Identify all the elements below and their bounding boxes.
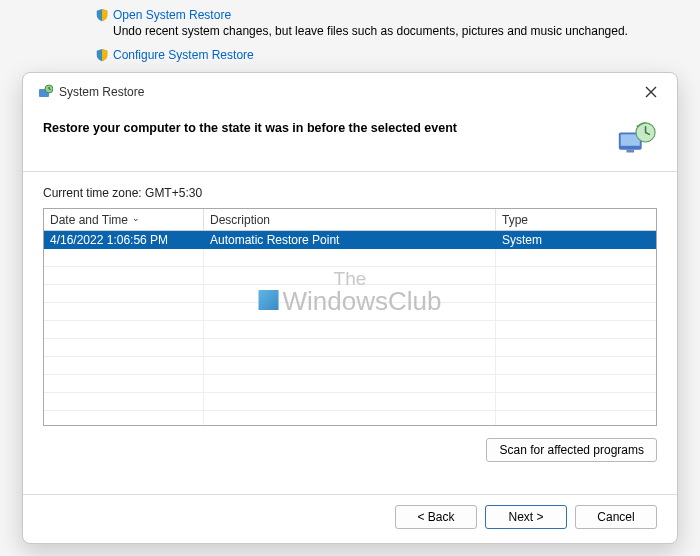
titlebar: System Restore bbox=[23, 73, 677, 107]
dialog-footer: < Back Next > Cancel bbox=[23, 494, 677, 543]
table-row[interactable]: 4/16/2022 1:06:56 PM Automatic Restore P… bbox=[44, 231, 656, 249]
next-button[interactable]: Next > bbox=[485, 505, 567, 529]
cell-datetime: 4/16/2022 1:06:56 PM bbox=[44, 233, 204, 247]
system-restore-icon bbox=[37, 84, 53, 100]
sort-caret-icon: ⌄ bbox=[132, 213, 140, 223]
shield-icon bbox=[95, 48, 109, 62]
system-restore-dialog: System Restore Restore your computer to … bbox=[22, 72, 678, 544]
close-button[interactable] bbox=[637, 80, 665, 104]
column-label: Description bbox=[210, 213, 270, 227]
cell-type: System bbox=[496, 233, 656, 247]
open-system-restore-link[interactable]: Open System Restore bbox=[113, 8, 231, 22]
back-button[interactable]: < Back bbox=[395, 505, 477, 529]
empty-rows bbox=[44, 249, 656, 425]
svg-rect-4 bbox=[626, 150, 634, 153]
column-label: Date and Time bbox=[50, 213, 128, 227]
control-panel-background: Open System Restore Undo recent system c… bbox=[0, 0, 700, 62]
timezone-label: Current time zone: GMT+5:30 bbox=[43, 186, 657, 200]
cell-description: Automatic Restore Point bbox=[204, 233, 496, 247]
table-header: Date and Time ⌄ Description Type bbox=[44, 209, 656, 231]
column-header-description[interactable]: Description bbox=[204, 209, 496, 230]
restore-graphic-icon bbox=[615, 121, 657, 159]
dialog-title: System Restore bbox=[59, 85, 637, 99]
shield-icon bbox=[95, 8, 109, 22]
table-body: 4/16/2022 1:06:56 PM Automatic Restore P… bbox=[44, 231, 656, 425]
column-header-type[interactable]: Type bbox=[496, 209, 656, 230]
column-header-datetime[interactable]: Date and Time ⌄ bbox=[44, 209, 204, 230]
dialog-header: Restore your computer to the state it wa… bbox=[23, 107, 677, 171]
restore-points-table: Date and Time ⌄ Description Type 4/16/20… bbox=[43, 208, 657, 426]
dialog-heading: Restore your computer to the state it wa… bbox=[43, 121, 457, 135]
configure-system-restore-link[interactable]: Configure System Restore bbox=[113, 48, 254, 62]
cancel-button[interactable]: Cancel bbox=[575, 505, 657, 529]
scan-affected-button[interactable]: Scan for affected programs bbox=[486, 438, 657, 462]
open-system-restore-description: Undo recent system changes, but leave fi… bbox=[113, 24, 700, 38]
column-label: Type bbox=[502, 213, 528, 227]
